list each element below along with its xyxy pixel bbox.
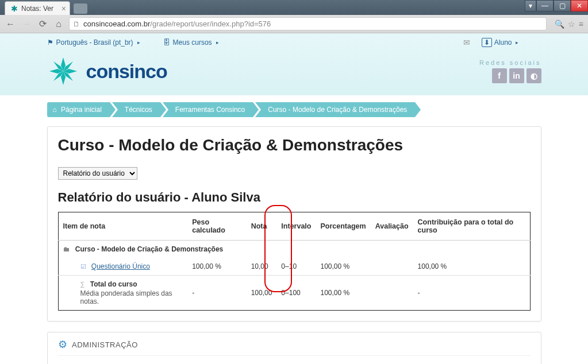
cell-weight: 100,00 %	[187, 258, 246, 276]
window-dropdown-button[interactable]: ▾	[525, 0, 536, 11]
admin-title: ⚙ ADMINISTRAÇÃO	[58, 338, 531, 356]
cell-grade: 10,00	[247, 258, 277, 276]
bookmark-star-icon[interactable]: ☆	[568, 20, 575, 29]
my-courses-label: Meus cursos	[173, 38, 212, 47]
user-menu[interactable]: ⬇ Aluno ▸	[482, 38, 518, 47]
crumb-label: Técnicos	[125, 106, 152, 114]
page-title: Curso - Modelo de Criação & Demonstraçõe…	[58, 127, 531, 160]
facebook-icon[interactable]: f	[492, 68, 507, 83]
logo[interactable]: consinco	[47, 55, 167, 87]
tab-close-icon[interactable]: ×	[62, 4, 66, 13]
cell-contribution: -	[413, 276, 530, 311]
th-percentage: Porcentagem	[316, 212, 370, 241]
logo-text: consinco	[86, 60, 167, 83]
main-card: Curso - Modelo de Criação & Demonstraçõe…	[47, 126, 541, 322]
flag-icon: ⚑	[47, 38, 53, 47]
social-block: Redes sociais f in ◐	[479, 59, 541, 83]
cell-percentage: 100,00 %	[316, 276, 370, 311]
user-label: Aluno	[494, 38, 512, 47]
cell-weight: -	[187, 276, 246, 311]
table-row-total: ∑ Total do curso Média ponderada simples…	[58, 276, 530, 311]
cell-range: 0–100	[276, 276, 316, 311]
cell-grade: 100,00	[247, 276, 277, 311]
page-icon: 🗋	[73, 20, 80, 28]
folder-name: Curso - Modelo de Criação & Demonstraçõe…	[75, 245, 223, 253]
social-label: Redes sociais	[479, 59, 541, 66]
language-label: Português - Brasil (pt_br)	[56, 38, 133, 47]
new-tab-button[interactable]	[74, 3, 87, 14]
sum-icon: ∑	[80, 281, 85, 288]
breadcrumb: ⌂ Página inicial Técnicos Ferramentas Co…	[47, 102, 541, 117]
crumb-label: Ferramentas Consinco	[175, 106, 245, 114]
admin-folder-grades[interactable]: 🗁 Administração de notas	[66, 362, 531, 364]
forward-icon[interactable]: →	[21, 19, 32, 29]
grades-table: Item de nota Peso calculado Nota Interva…	[58, 212, 531, 311]
linkedin-icon[interactable]: in	[509, 68, 524, 83]
browser-chrome: ✱ Notas: Ver × ▾ — ▢ ✕ ← → ⟳ ⌂ 🗋 consinc…	[0, 0, 588, 33]
breadcrumb-item[interactable]: Ferramentas Consinco	[163, 102, 253, 117]
th-range: Intervalo	[276, 212, 316, 241]
quiz-link[interactable]: Questionário Único	[91, 262, 150, 270]
tab-title: Notas: Ver	[21, 5, 53, 13]
crumb-label: Curso - Modelo de Criação & Demonstraçõe…	[268, 106, 407, 114]
report-selector[interactable]: Relatório do usuário	[58, 167, 137, 180]
report-heading: Relatório do usuário - Aluno Silva	[58, 190, 531, 205]
th-grade: Nota	[247, 212, 277, 241]
header-banner: ⚑ Português - Brasil (pt_br) ▸ 🗄 Meus cu…	[0, 33, 588, 95]
cell-percentage: 100,00 %	[316, 258, 370, 276]
language-selector[interactable]: ⚑ Português - Brasil (pt_br) ▸	[47, 38, 140, 47]
menu-icon[interactable]: ≡	[579, 20, 583, 29]
reload-icon[interactable]: ⟳	[37, 18, 48, 29]
globe-icon[interactable]: ◐	[526, 68, 541, 83]
breadcrumb-item[interactable]: Técnicos	[112, 102, 160, 117]
window-controls: ▾ — ▢ ✕	[525, 0, 588, 11]
table-header-row: Item de nota Peso calculado Nota Interva…	[58, 212, 530, 241]
window-minimize-button[interactable]: —	[536, 0, 554, 11]
crumb-label: Página inicial	[61, 106, 102, 114]
logo-mark-icon	[47, 55, 79, 87]
url-bar[interactable]: 🗋 consincoead.com.br /grade/report/user/…	[69, 17, 547, 30]
home-icon[interactable]: ⌂	[53, 19, 64, 29]
cell-contribution: 100,00 %	[413, 258, 530, 276]
breadcrumb-item[interactable]: Curso - Modelo de Criação & Demonstraçõe…	[255, 102, 415, 117]
my-courses-link[interactable]: 🗄 Meus cursos ▸	[163, 38, 219, 47]
briefcase-icon: 🗄	[163, 38, 170, 47]
th-contribution: Contribuição para o total do curso	[413, 212, 530, 241]
cell-feedback	[371, 276, 413, 311]
tab-bar: ✱ Notas: Ver × ▾ — ▢ ✕	[0, 0, 588, 15]
total-name: Total do curso	[90, 280, 137, 288]
total-subtext: Média ponderada simples das notas.	[80, 289, 183, 305]
th-weight: Peso calculado	[187, 212, 246, 241]
window-close-button[interactable]: ✕	[571, 0, 588, 11]
back-icon[interactable]: ←	[5, 19, 16, 29]
mail-icon[interactable]: ✉	[463, 38, 470, 47]
th-feedback: Avaliação	[371, 212, 413, 241]
favicon-star-icon: ✱	[11, 4, 18, 13]
nav-bar: ← → ⟳ ⌂ 🗋 consincoead.com.br /grade/repo…	[0, 15, 588, 33]
table-row-quiz: ☑ Questionário Único 100,00 % 10,00 0–10…	[58, 258, 530, 276]
gears-icon: ⚙	[58, 338, 68, 351]
cell-range: 0–10	[276, 258, 316, 276]
search-icon[interactable]: 🔍	[555, 20, 564, 29]
cell-feedback	[371, 258, 413, 276]
table-row-folder: 🖿 Curso - Modelo de Criação & Demonstraç…	[58, 241, 530, 258]
folder-icon: 🖿	[63, 245, 70, 253]
administration-block: ⚙ ADMINISTRAÇÃO 🗁 Administração de notas…	[47, 332, 541, 364]
breadcrumb-home[interactable]: ⌂ Página inicial	[47, 102, 110, 117]
caret-icon: ▸	[216, 40, 219, 45]
top-links: ⚑ Português - Brasil (pt_br) ▸ 🗄 Meus cu…	[47, 33, 541, 55]
admin-title-text: ADMINISTRAÇÃO	[72, 340, 138, 349]
quiz-icon: ☑	[80, 263, 86, 270]
th-item: Item de nota	[58, 212, 187, 241]
window-maximize-button[interactable]: ▢	[554, 0, 571, 11]
url-path: /grade/report/user/index.php?id=576	[150, 20, 271, 28]
url-domain: consincoead.com.br	[83, 20, 150, 28]
caret-icon: ▸	[137, 40, 140, 45]
home-crumb-icon: ⌂	[53, 106, 57, 114]
caret-icon: ▸	[516, 40, 518, 45]
user-icon: ⬇	[482, 38, 492, 47]
browser-tab[interactable]: ✱ Notas: Ver ×	[5, 1, 70, 15]
